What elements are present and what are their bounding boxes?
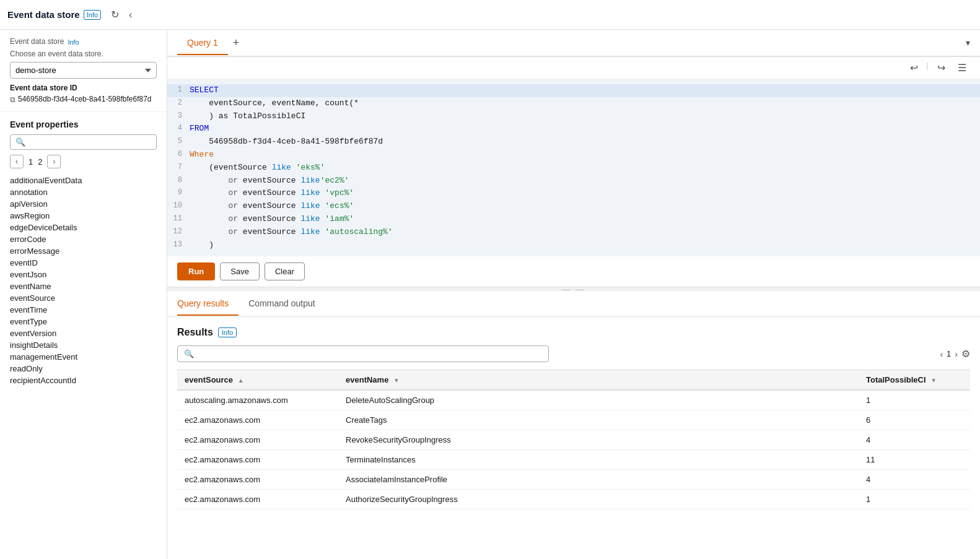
table-cell-total: 4 — [859, 430, 970, 450]
list-item[interactable]: eventSource — [10, 292, 157, 304]
prev-page-button[interactable]: ‹ — [10, 155, 24, 168]
command-output-tab[interactable]: Command output — [248, 292, 325, 316]
list-item[interactable]: recipientAccountId — [10, 375, 157, 386]
collapse-sidebar-button[interactable]: ‹ — [126, 8, 134, 22]
top-bar-info-link[interactable]: Info — [84, 10, 101, 20]
event-store-info-link[interactable]: Info — [68, 38, 79, 46]
list-item[interactable]: insightDetails — [10, 339, 157, 351]
line-number: 11 — [167, 213, 190, 225]
main-layout: Event data store Info Choose an event da… — [0, 30, 980, 559]
undo-button[interactable]: ↩ — [906, 61, 922, 75]
table-cell-eventName: AuthorizeSecurityGroupIngress — [338, 490, 859, 509]
table-cell-eventName: DeleteAutoScalingGroup — [338, 390, 859, 410]
event-props-pagination: ‹ 1 2 › — [10, 155, 157, 168]
list-item[interactable]: errorMessage — [10, 245, 157, 257]
refresh-button[interactable]: ↻ — [108, 7, 121, 22]
line-number: 6 — [167, 149, 190, 160]
results-prev-page-button[interactable]: ‹ — [940, 349, 943, 359]
page-current: 1 — [28, 157, 33, 167]
table-cell-total: 1 — [859, 390, 970, 410]
table-cell-eventName: AssociateIamInstanceProfile — [338, 470, 859, 490]
add-query-tab-button[interactable]: + — [228, 37, 245, 50]
event-store-sublabel: Choose an event data store. — [10, 50, 157, 58]
table-cell-eventName: RevokeSecurityGroupIngress — [338, 430, 859, 450]
list-item[interactable]: eventJson — [10, 269, 157, 280]
line-content: or eventSource like 'ecs%' — [190, 200, 980, 213]
table-cell-eventSource: ec2.amazonaws.com — [177, 430, 338, 450]
list-item[interactable]: apiVersion — [10, 198, 157, 210]
event-store-label: Event data store — [10, 37, 64, 46]
list-item[interactable]: edgeDeviceDetails — [10, 222, 157, 233]
table-cell-total: 6 — [859, 410, 970, 430]
results-search-input[interactable] — [198, 349, 542, 358]
results-page-num: 1 — [947, 349, 951, 358]
line-content: 546958db-f3d4-4ceb-8a41-598fbfe6f87d — [190, 136, 980, 149]
list-item[interactable]: eventType — [10, 316, 157, 327]
line-content: SELECT — [190, 84, 980, 97]
table-cell-eventSource: ec2.amazonaws.com — [177, 410, 338, 430]
tab-dropdown-button[interactable]: ▾ — [966, 38, 970, 48]
line-number: 5 — [167, 136, 190, 147]
table-row: ec2.amazonaws.comRevokeSecurityGroupIngr… — [177, 430, 970, 450]
code-line: 4FROM — [167, 123, 980, 136]
sort-asc-icon: ▲ — [238, 377, 244, 384]
table-row: ec2.amazonaws.comCreateTags6 — [177, 410, 970, 430]
table-cell-eventSource: ec2.amazonaws.com — [177, 450, 338, 470]
results-next-page-button[interactable]: › — [955, 349, 958, 359]
code-editor[interactable]: 1SELECT2 eventSource, eventName, count(*… — [167, 79, 980, 256]
results-info-badge[interactable]: Info — [218, 327, 237, 337]
code-line: 6Where — [167, 149, 980, 162]
next-page-button[interactable]: › — [47, 155, 61, 168]
code-line: 10 or eventSource like 'ecs%' — [167, 200, 980, 213]
line-number: 10 — [167, 200, 190, 212]
save-button[interactable]: Save — [220, 262, 260, 280]
code-line: 11 or eventSource like 'iam%' — [167, 213, 980, 226]
results-search-box: 🔍 — [177, 345, 549, 362]
sort-desc-icon-2: ▼ — [930, 377, 937, 384]
list-item[interactable]: additionalEventData — [10, 175, 157, 186]
event-props-search-input[interactable] — [28, 137, 151, 147]
event-properties-section: Event properties 🔍 ‹ 1 2 › additionalEve… — [0, 112, 167, 559]
event-props-title: Event properties — [10, 119, 157, 129]
query-tab-1[interactable]: Query 1 — [177, 32, 228, 55]
line-content: or eventSource like 'iam%' — [190, 213, 980, 226]
event-properties-list: additionalEventDataannotationapiVersiona… — [10, 175, 157, 386]
col-header-eventsource[interactable]: eventSource ▲ — [177, 370, 338, 391]
list-item[interactable]: eventTime — [10, 304, 157, 316]
format-button[interactable]: ☰ — [954, 61, 970, 75]
line-number: 7 — [167, 162, 190, 173]
line-content: or eventSource like'ec2%' — [190, 175, 980, 188]
list-item[interactable]: errorCode — [10, 233, 157, 245]
table-cell-total: 11 — [859, 450, 970, 470]
table-row: ec2.amazonaws.comAuthorizeSecurityGroupI… — [177, 490, 970, 509]
table-cell-total: 1 — [859, 490, 970, 509]
result-tabs-bar: Query results Command output — [167, 291, 980, 317]
col-header-eventname[interactable]: eventName ▼ — [338, 370, 859, 391]
list-item[interactable]: awsRegion — [10, 210, 157, 222]
results-settings-button[interactable]: ⚙ — [961, 348, 970, 360]
list-item[interactable]: managementEvent — [10, 351, 157, 363]
top-bar: Event data store Info ↻ ‹ — [0, 0, 980, 30]
redo-button[interactable]: ↪ — [934, 61, 949, 75]
query-results-tab[interactable]: Query results — [177, 292, 238, 316]
table-cell-eventName: CreateTags — [338, 410, 859, 430]
list-item[interactable]: readOnly — [10, 363, 157, 375]
app-title: Event data store — [7, 9, 80, 20]
line-number: 1 — [167, 84, 190, 96]
list-item[interactable]: eventName — [10, 280, 157, 292]
results-search-row: 🔍 ‹ 1 › ⚙ — [177, 345, 970, 362]
clear-button[interactable]: Clear — [265, 262, 305, 280]
list-item[interactable]: eventID — [10, 257, 157, 269]
list-item[interactable]: eventVersion — [10, 327, 157, 339]
results-header: Results Info — [177, 327, 970, 338]
table-cell-total: 4 — [859, 470, 970, 490]
event-store-id-value: ⧉ 546958db-f3d4-4ceb-8a41-598fbfe6f87d — [10, 95, 157, 104]
col-header-total[interactable]: TotalPossibleCI ▼ — [859, 370, 970, 391]
line-content: FROM — [190, 123, 980, 136]
event-store-select[interactable]: demo-storeproduction-storetest-store — [10, 62, 157, 79]
run-button[interactable]: Run — [177, 262, 215, 280]
code-line: 5 546958db-f3d4-4ceb-8a41-598fbfe6f87d — [167, 136, 980, 149]
list-item[interactable]: annotation — [10, 186, 157, 198]
copy-icon[interactable]: ⧉ — [10, 95, 15, 104]
sort-desc-icon: ▼ — [393, 377, 400, 384]
